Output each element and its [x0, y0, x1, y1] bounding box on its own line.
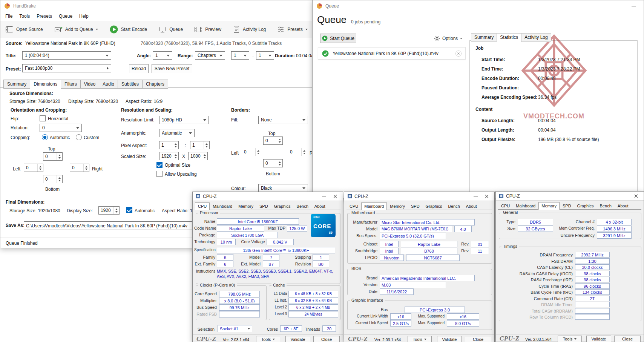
menu-presets[interactable]: Presets — [33, 12, 55, 20]
tab-spd[interactable]: SPD — [408, 202, 423, 210]
tab-memory[interactable]: Memory — [538, 202, 560, 210]
spinner-arrows-icon[interactable] — [277, 137, 282, 144]
flip-horizontal-checkbox[interactable] — [40, 115, 46, 121]
queue-options-button[interactable]: Options — [434, 34, 462, 43]
border-right-spinner[interactable]: 0 — [288, 148, 307, 156]
tab-subtitles[interactable]: Subtitles — [118, 80, 143, 89]
activity-log-button[interactable]: Activity Log — [229, 23, 269, 35]
validate-button[interactable]: Validate — [285, 336, 310, 342]
preset-select[interactable]: Fast 1080p30 — [22, 64, 111, 72]
tab-filters[interactable]: Filters — [61, 80, 81, 89]
tab-bench[interactable]: Bench — [294, 202, 311, 210]
minimize-button[interactable] — [471, 193, 480, 200]
menu-tools[interactable]: Tools — [16, 12, 33, 20]
border-top-spinner[interactable]: 0 — [263, 136, 283, 145]
tools-button[interactable]: Tools — [558, 336, 582, 342]
resolution-limit-select[interactable]: 1080p HD — [159, 116, 209, 124]
close-button[interactable]: Close — [465, 336, 491, 342]
scaled-height-spinner[interactable]: 1080 — [188, 152, 208, 160]
close-button[interactable]: Close — [614, 336, 641, 342]
spinner-arrows-icon[interactable] — [301, 148, 307, 156]
angle-select[interactable]: 1 — [153, 51, 172, 60]
tab-graphics[interactable]: Graphics — [574, 202, 597, 209]
final-display-size-spinner[interactable]: 1920 — [98, 206, 120, 215]
menu-file[interactable]: File — [2, 12, 16, 20]
open-source-button[interactable]: Open Source — [2, 23, 46, 35]
scaled-width-spinner[interactable]: 1920 — [159, 152, 179, 160]
tab-about[interactable]: About — [311, 202, 328, 210]
optimal-size-checkbox[interactable] — [156, 162, 163, 168]
crop-right-spinner[interactable]: 0 — [70, 164, 89, 172]
crop-top-spinner[interactable]: 0 — [43, 152, 63, 161]
spinner-arrows-icon[interactable] — [202, 152, 207, 160]
minimize-button[interactable] — [620, 192, 629, 200]
rotation-select[interactable]: 0 — [40, 124, 82, 132]
tab-spd[interactable]: SPD — [560, 202, 574, 209]
tab-mainboard[interactable]: Mainboard — [361, 202, 387, 210]
crop-bottom-spinner[interactable]: 0 — [43, 175, 63, 183]
preview-button[interactable]: Preview — [191, 23, 225, 35]
minimize-button[interactable] — [319, 193, 328, 200]
start-queue-button[interactable]: Start Queue — [320, 34, 356, 43]
tab-video[interactable]: Video — [80, 80, 99, 89]
spinner-arrows-icon[interactable] — [57, 175, 62, 183]
remove-job-icon[interactable] — [455, 51, 462, 57]
anamorphic-select[interactable]: Automatic — [159, 129, 195, 137]
border-bottom-spinner[interactable]: 0 — [263, 159, 283, 167]
tab-summary[interactable]: Summary — [3, 80, 30, 89]
validate-button[interactable]: Validate — [586, 336, 611, 342]
validate-button[interactable]: Validate — [437, 336, 462, 342]
pixel-aspect-x-spinner[interactable]: 1 — [159, 141, 179, 149]
tab-about[interactable]: About — [463, 202, 480, 210]
close-button[interactable] — [482, 193, 491, 200]
close-button[interactable] — [331, 193, 340, 200]
presets-button[interactable]: Presets — [274, 23, 311, 35]
close-button[interactable] — [632, 192, 641, 200]
border-left-spinner[interactable]: 0 — [242, 148, 261, 156]
tab-mainboard[interactable]: Mainboard — [210, 202, 235, 210]
tab-summary[interactable]: Summary — [471, 33, 497, 42]
spinner-arrows-icon[interactable] — [113, 207, 119, 214]
tab-memory[interactable]: Memory — [387, 202, 408, 210]
tab-graphics[interactable]: Graphics — [423, 202, 445, 210]
add-to-queue-button[interactable]: Add to Queue — [51, 23, 101, 35]
spinner-arrows-icon[interactable] — [37, 164, 43, 172]
final-automatic-checkbox[interactable] — [126, 207, 132, 213]
cropping-custom-radio[interactable] — [76, 134, 82, 140]
tab-activity-log[interactable]: Activity Log — [521, 33, 551, 42]
save-new-preset-button[interactable]: Save New Preset — [152, 64, 192, 73]
socket-select[interactable]: Socket #1 — [218, 325, 252, 332]
tab-cpu[interactable]: CPU — [498, 202, 513, 209]
chapter-end-select[interactable]: 1 — [256, 51, 274, 60]
title-select[interactable]: 1 (00:04:04) — [22, 51, 111, 60]
minimize-button[interactable] — [628, 2, 639, 10]
reload-button[interactable]: Reload — [129, 64, 149, 73]
tools-button[interactable]: Tools — [256, 336, 280, 342]
tab-chapters[interactable]: Chapters — [142, 80, 168, 89]
tab-cpu[interactable]: CPU — [195, 202, 210, 210]
tab-about[interactable]: About — [615, 202, 632, 209]
menu-queue[interactable]: Queue — [55, 12, 76, 20]
tab-audio[interactable]: Audio — [99, 80, 118, 89]
spinner-arrows-icon[interactable] — [277, 159, 282, 167]
tab-dimensions[interactable]: Dimensions — [30, 80, 61, 89]
start-encode-button[interactable]: Start Encode — [106, 23, 150, 36]
cropping-automatic-radio[interactable] — [42, 134, 48, 140]
queue-job-item[interactable]: Yellowstone National Park In 8K 60P (Fuh… — [318, 47, 466, 60]
pixel-aspect-y-spinner[interactable]: 1 — [190, 141, 210, 149]
spinner-arrows-icon[interactable] — [255, 148, 261, 156]
range-select[interactable]: Chapters — [195, 51, 225, 60]
spinner-arrows-icon[interactable] — [173, 141, 178, 149]
tab-memory[interactable]: Memory — [235, 202, 256, 210]
spinner-arrows-icon[interactable] — [83, 164, 89, 172]
tab-bench[interactable]: Bench — [597, 202, 615, 209]
spinner-arrows-icon[interactable] — [204, 141, 209, 149]
menu-help[interactable]: Help — [76, 12, 92, 20]
tab-spd[interactable]: SPD — [256, 202, 271, 210]
tab-graphics[interactable]: Graphics — [271, 202, 294, 210]
spinner-arrows-icon[interactable] — [173, 152, 178, 160]
crop-left-spinner[interactable]: 0 — [24, 164, 43, 172]
spinner-arrows-icon[interactable] — [57, 153, 62, 160]
tab-cpu[interactable]: CPU — [347, 202, 361, 210]
tools-button[interactable]: Tools — [408, 336, 432, 342]
